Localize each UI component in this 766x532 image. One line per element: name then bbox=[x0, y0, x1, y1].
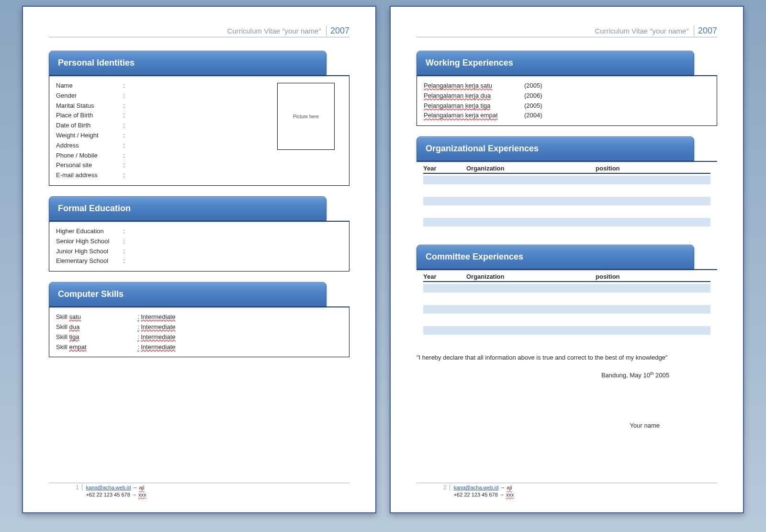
picture-placeholder[interactable]: Picture here bbox=[277, 83, 335, 150]
page-footer: 1 kang@acha.web.id → aji +62 22 123 45 6… bbox=[49, 483, 349, 498]
skill-name: Skill satu bbox=[56, 312, 137, 322]
field-label: Date of Birth bbox=[56, 121, 123, 131]
field-row: Phone / Mobile: bbox=[56, 151, 342, 161]
work-row: Pelangalaman kerja empat (2004) bbox=[424, 111, 710, 121]
section-head-work: Working Experiences bbox=[417, 51, 694, 75]
table-header: Year Organization position bbox=[423, 273, 710, 282]
skill-name: Skill dua bbox=[56, 322, 137, 332]
picture-label: Picture here bbox=[293, 114, 319, 119]
header-year: 2007 bbox=[694, 26, 717, 35]
colon: : bbox=[123, 121, 131, 131]
table-row bbox=[423, 186, 710, 195]
field-label: Personal site bbox=[56, 160, 123, 170]
colon: : bbox=[123, 160, 131, 170]
table-row bbox=[423, 305, 710, 314]
colon: : bbox=[123, 91, 131, 101]
field-label: Phone / Mobile bbox=[56, 151, 123, 161]
page-header: Curriculum Vitae "your name" 2007 bbox=[417, 26, 717, 37]
skill-row: Skill empat : Intermediate bbox=[56, 342, 342, 352]
section-body-skills: Skill satu : Intermediate Skill dua : In… bbox=[49, 306, 349, 357]
table-row bbox=[423, 197, 710, 205]
section-head-education: Formal Education bbox=[49, 196, 327, 221]
declaration-text: "I hereby declare that all information a… bbox=[417, 353, 717, 362]
section-head-personal: Personal Identities bbox=[49, 51, 327, 75]
work-name: Pelangalaman kerja satu bbox=[424, 81, 524, 91]
section-head-committee: Committee Experiences bbox=[417, 245, 694, 269]
page-header: Curriculum Vitae "your name" 2007 bbox=[49, 26, 349, 37]
colon: : bbox=[123, 226, 131, 237]
col-year: Year bbox=[423, 165, 466, 172]
field-label: Address bbox=[56, 141, 123, 151]
colon: : bbox=[123, 247, 131, 257]
col-pos: position bbox=[596, 165, 710, 172]
field-label: Senior High School bbox=[56, 237, 123, 247]
work-row: Pelangalaman kerja tiga (2005) bbox=[424, 101, 710, 111]
document-workspace: Curriculum Vitae "your name" 2007 Person… bbox=[0, 6, 766, 513]
section-body-org: Year Organization position bbox=[417, 161, 717, 234]
col-org: Organization bbox=[466, 165, 596, 172]
colon: : bbox=[123, 101, 131, 111]
work-name: Pelangalaman kerja dua bbox=[424, 91, 524, 101]
work-row: Pelangalaman kerja dua (2006) bbox=[424, 91, 710, 101]
section-body-education: Higher Education: Senior High School: Ju… bbox=[49, 221, 349, 272]
page-number: 2 bbox=[440, 484, 450, 491]
field-row: Higher Education: bbox=[56, 226, 342, 237]
table-row bbox=[423, 176, 710, 184]
work-name: Pelangalaman kerja empat bbox=[424, 111, 524, 121]
colon: : bbox=[123, 131, 131, 141]
skill-level: : Intermediate bbox=[137, 342, 176, 352]
page-2: Curriculum Vitae "your name" 2007 Workin… bbox=[390, 6, 744, 513]
col-year: Year bbox=[423, 273, 466, 280]
field-row: Senior High School: bbox=[56, 237, 342, 247]
section-head-skills: Computer Skills bbox=[49, 282, 327, 306]
section-body-work: Pelangalaman kerja satu (2005) Pelangala… bbox=[417, 75, 717, 126]
page-footer: 2 kang@acha.web.id → aji +62 22 123 45 6… bbox=[417, 483, 717, 498]
field-label: Place of Birth bbox=[56, 111, 123, 121]
field-label: Marital Status bbox=[56, 101, 123, 111]
work-year: (2006) bbox=[524, 91, 542, 101]
section-body-committee: Year Organization position bbox=[417, 269, 717, 342]
work-row: Pelangalaman kerja satu (2005) bbox=[424, 81, 710, 91]
section-head-org: Organizational Experiences bbox=[417, 136, 694, 161]
signature-date: Bandung, May 10th 2005 bbox=[417, 371, 717, 379]
table-row bbox=[423, 294, 710, 303]
field-label: Weight / Height bbox=[56, 131, 123, 141]
page-1: Curriculum Vitae "your name" 2007 Person… bbox=[22, 6, 376, 513]
header-title: Curriculum Vitae "your name" bbox=[227, 27, 321, 35]
table-row bbox=[423, 316, 710, 324]
table-row bbox=[423, 284, 710, 293]
colon: : bbox=[123, 256, 131, 266]
field-label: E-mail address bbox=[56, 170, 123, 181]
field-row: Junior High School: bbox=[56, 247, 342, 257]
footer-email-link[interactable]: kang@acha.web.id bbox=[86, 485, 131, 490]
skill-row: Skill satu : Intermediate bbox=[56, 312, 342, 322]
page-number: 1 bbox=[73, 484, 82, 491]
skill-row: Skill tiga : Intermediate bbox=[56, 332, 342, 342]
skill-level: : Intermediate bbox=[137, 322, 176, 332]
skill-name: Skill tiga bbox=[56, 332, 137, 342]
field-label: Gender bbox=[56, 91, 123, 101]
field-label: Elementary School bbox=[56, 256, 123, 266]
col-org: Organization bbox=[466, 273, 596, 280]
table-row bbox=[423, 207, 710, 216]
table-header: Year Organization position bbox=[423, 165, 710, 174]
colon: : bbox=[123, 81, 131, 91]
header-title: Curriculum Vitae "your name" bbox=[595, 27, 688, 35]
field-row: E-mail address: bbox=[56, 170, 342, 181]
colon: : bbox=[123, 237, 131, 247]
field-row: Elementary School: bbox=[56, 256, 342, 266]
work-name: Pelangalaman kerja tiga bbox=[424, 101, 524, 111]
colon: : bbox=[123, 151, 131, 161]
work-year: (2005) bbox=[524, 101, 542, 111]
work-year: (2004) bbox=[524, 111, 542, 121]
footer-email-link[interactable]: kang@acha.web.id bbox=[454, 485, 499, 490]
colon: : bbox=[123, 170, 131, 181]
header-year: 2007 bbox=[326, 26, 349, 35]
work-year: (2005) bbox=[524, 81, 542, 91]
colon: : bbox=[123, 141, 131, 151]
field-label: Name bbox=[56, 81, 123, 91]
skill-level: : Intermediate bbox=[137, 332, 176, 342]
footer-contact: kang@acha.web.id → aji +62 22 123 45 678… bbox=[450, 484, 514, 498]
field-label: Junior High School bbox=[56, 247, 123, 257]
skill-level: : Intermediate bbox=[137, 312, 176, 322]
